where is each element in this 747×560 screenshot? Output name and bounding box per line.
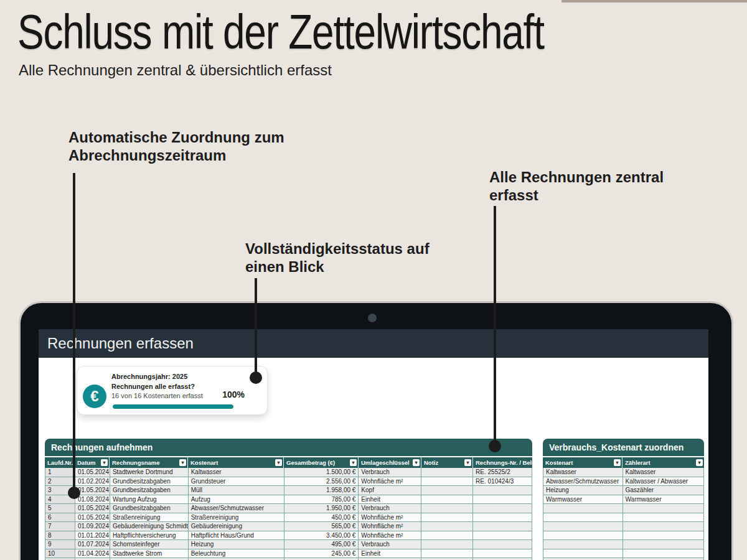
table-cell[interactable] [421, 468, 473, 477]
table-cell[interactable]: 6 [45, 513, 75, 523]
table-cell[interactable]: Stadtwerke Strom [110, 549, 189, 559]
table-cell[interactable]: Kopf [359, 486, 421, 495]
table-cell[interactable] [421, 495, 473, 505]
filter-dropdown-icon[interactable]: ▾ [275, 459, 282, 466]
table-cell[interactable]: Haftpflichtversicherung [110, 531, 189, 541]
table-cell[interactable] [473, 495, 532, 505]
table-cell[interactable]: Einheit [359, 495, 421, 505]
table-cell[interactable] [421, 513, 473, 523]
table-cell[interactable]: Wohnfläche m² [359, 531, 421, 541]
table-cell[interactable]: 3.450,00 € [284, 531, 359, 541]
table-cell[interactable]: 450,00 € [284, 513, 359, 523]
table-cell[interactable] [543, 513, 623, 523]
table-cell[interactable]: 01.04.2024 [75, 549, 110, 559]
table-cell[interactable] [473, 513, 532, 523]
table-cell[interactable]: Heizung [543, 486, 623, 495]
table-cell[interactable]: 01.01.2024 [75, 531, 110, 541]
table-cell[interactable]: Wohnfläche m² [359, 513, 421, 523]
table-cell[interactable]: RE. 010424/3 [473, 477, 532, 487]
table-cell[interactable]: 1.950,00 € [284, 504, 359, 513]
table-cell[interactable]: Grundsteuer [189, 477, 284, 487]
table-cell[interactable]: 10 [45, 549, 75, 559]
table-cell[interactable]: 01.08.2024 [75, 495, 110, 505]
filter-dropdown-icon[interactable]: ▾ [696, 459, 703, 466]
table-cell[interactable]: Warmwasser [543, 495, 623, 505]
table-cell[interactable]: RE. 25525/2 [473, 468, 532, 477]
table-cell[interactable]: 8 [45, 531, 75, 541]
table-cell[interactable] [623, 540, 705, 549]
table-cell[interactable] [473, 549, 532, 559]
table-cell[interactable]: Stadtwerke Dortmund [110, 468, 189, 477]
table-cell[interactable] [543, 504, 623, 513]
table-cell[interactable] [623, 522, 705, 531]
table-cell[interactable]: 01.09.2024 [75, 522, 110, 531]
table-cell[interactable] [473, 531, 532, 541]
table-cell[interactable] [473, 504, 532, 513]
table-cell[interactable]: Verbrauch [359, 468, 421, 477]
table-cell[interactable] [623, 549, 705, 559]
table-cell[interactable]: Einheit [359, 549, 421, 559]
table-cell[interactable]: 9 [45, 540, 75, 549]
table-cell[interactable]: Gaszähler [623, 486, 705, 495]
table-cell[interactable]: Beleuchtung [189, 549, 284, 559]
table-cell[interactable] [421, 549, 473, 559]
table-cell[interactable]: 5 [45, 504, 75, 513]
table-cell[interactable]: Haftpflicht Haus/Grund [189, 531, 284, 541]
table-cell[interactable] [543, 531, 623, 541]
table-cell[interactable]: Straßenreinigung [189, 513, 284, 523]
table-cell[interactable]: Abwasser/Schmutzwasser [543, 477, 623, 487]
table-cell[interactable] [421, 531, 473, 541]
table-cell[interactable] [473, 486, 532, 495]
table-cell[interactable]: 01.05.2024 [75, 486, 110, 495]
table-cell[interactable]: 01.05.2024 [75, 513, 110, 523]
table-cell[interactable] [473, 540, 532, 549]
table-cell[interactable]: 1 [45, 468, 75, 477]
table-cell[interactable]: Wohnfläche m² [359, 522, 421, 531]
table-cell[interactable]: Kaltwasser [623, 468, 705, 477]
filter-dropdown-icon[interactable]: ▾ [614, 459, 621, 466]
table-cell[interactable]: Kaltwasser [543, 468, 623, 477]
table-cell[interactable] [473, 522, 532, 531]
table-cell[interactable]: 01.05.2024 [75, 468, 110, 477]
table-cell[interactable] [623, 531, 705, 541]
table-cell[interactable] [421, 522, 473, 531]
filter-dropdown-icon[interactable]: ▾ [179, 459, 186, 466]
table-cell[interactable] [543, 540, 623, 549]
table-cell[interactable]: Aufzug [189, 495, 284, 505]
table-cell[interactable]: 01.05.2024 [75, 504, 110, 513]
filter-dropdown-icon[interactable]: ▾ [464, 459, 471, 466]
table-cell[interactable]: Grundbesitzabgaben [110, 504, 189, 513]
table-cell[interactable] [623, 513, 705, 523]
table-cell[interactable]: Verbrauch [359, 540, 421, 549]
table-cell[interactable]: Gebäudereinigung Schmidt [110, 522, 189, 531]
table-cell[interactable]: 245,00 € [284, 549, 359, 559]
table-cell[interactable] [543, 549, 623, 559]
table-cell[interactable] [543, 522, 623, 531]
table-cell[interactable]: Wartung Aufzug [110, 495, 189, 505]
table-cell[interactable]: Warmwasser [623, 495, 705, 505]
table-cell[interactable]: Grundbesitzabgaben [110, 486, 189, 495]
table-cell[interactable]: Grundbesitzabgaben [110, 477, 189, 487]
filter-dropdown-icon[interactable]: ▾ [101, 459, 108, 466]
table-cell[interactable]: 1.500,00 € [284, 468, 359, 477]
table-cell[interactable]: 495,00 € [284, 540, 359, 549]
table-cell[interactable]: 2.556,00 € [284, 477, 359, 487]
table-cell[interactable]: Kaltwasser / Abwasser [623, 477, 705, 487]
table-cell[interactable]: 7 [45, 522, 75, 531]
table-cell[interactable]: Wohnfläche m² [359, 477, 421, 487]
filter-dropdown-icon[interactable]: ▾ [350, 459, 357, 466]
table-cell[interactable]: Abwasser/Schmutzwasser [189, 504, 284, 513]
table-cell[interactable]: Heizung [189, 540, 284, 549]
table-cell[interactable]: 2 [45, 477, 75, 487]
table-cell[interactable]: 01.02.2024 [75, 477, 110, 487]
table-cell[interactable]: 1.958,00 € [284, 486, 359, 495]
table-cell[interactable]: Gebäudereinigung [189, 522, 284, 531]
table-cell[interactable]: Kaltwasser [189, 468, 284, 477]
table-cell[interactable]: Verbrauch [359, 504, 421, 513]
table-cell[interactable]: 01.07.2024 [75, 540, 110, 549]
filter-dropdown-icon[interactable]: ▾ [413, 459, 420, 466]
table-cell[interactable]: 785,00 € [284, 495, 359, 505]
table-cell[interactable] [421, 486, 473, 495]
table-cell[interactable] [421, 504, 473, 513]
table-cell[interactable]: Straßenreinigung [110, 513, 189, 523]
